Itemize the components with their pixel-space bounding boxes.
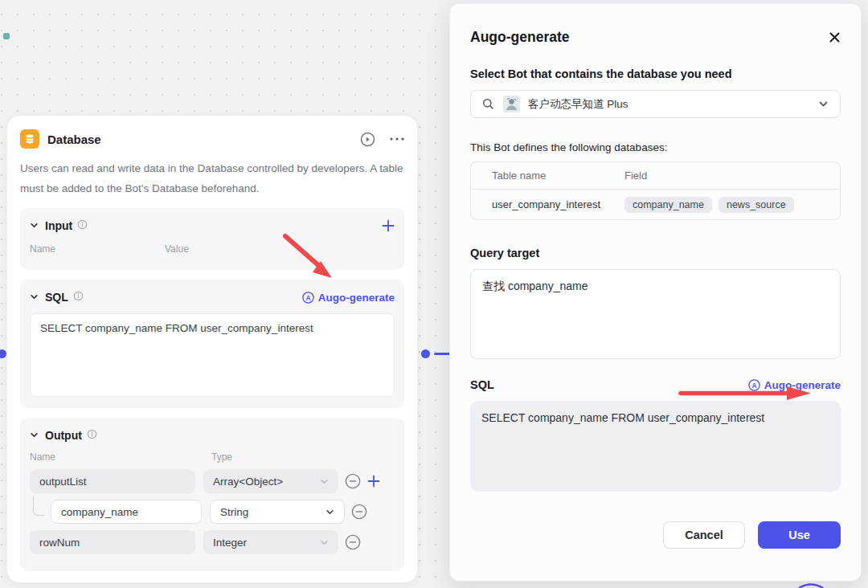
node-output-port[interactable] [421, 349, 430, 358]
output-name-field[interactable]: company_name [51, 500, 202, 524]
output-name-field[interactable]: rowNum [30, 530, 195, 554]
modal-title: Augo-generate [470, 29, 569, 46]
chevron-down-icon [320, 538, 329, 547]
close-icon[interactable] [829, 31, 841, 43]
sql-editor[interactable]: SELECT company_name FROM user_company_in… [30, 313, 395, 397]
search-icon [482, 98, 494, 110]
modal-sql-label: SQL [470, 378, 494, 391]
query-target-input[interactable]: 查找 company_name [470, 269, 841, 359]
svg-text:A: A [751, 381, 756, 389]
collapse-input-icon[interactable] [30, 218, 39, 233]
chevron-down-icon [818, 99, 829, 109]
minimized-canvas-node[interactable] [3, 33, 10, 39]
input-section: Input Name Value [20, 208, 404, 270]
add-child-field-button[interactable] [367, 475, 380, 488]
output-row-outputlist: outputList Array<Object> [30, 469, 395, 493]
augo-generate-link[interactable]: A Augo-generate [748, 379, 841, 391]
node-input-port[interactable] [0, 349, 6, 358]
output-type-select[interactable]: Integer [203, 530, 338, 554]
chevron-down-icon [326, 508, 334, 517]
output-section: Output Name Type outputList Array<Object… [20, 418, 404, 571]
use-button[interactable]: Use [758, 521, 841, 549]
more-options-icon[interactable] [390, 137, 404, 141]
generated-sql-readonly: SELECT company_name FROM user_company_in… [470, 401, 841, 492]
connection-edge-curve [797, 581, 825, 588]
output-row-company-name: company_name String [30, 500, 395, 524]
databases-table: Table name Field user_company_interest c… [470, 161, 841, 220]
node-header: Database [20, 129, 404, 149]
circled-a-icon: A [748, 379, 760, 391]
field-tag: company_name [624, 197, 712, 213]
chevron-down-icon [320, 477, 329, 486]
child-connector [33, 496, 44, 516]
output-col-type: Type [211, 451, 232, 463]
node-title: Database [47, 133, 101, 146]
info-icon[interactable] [73, 290, 84, 304]
info-icon[interactable] [87, 428, 97, 443]
output-section-label: Output [45, 429, 82, 442]
input-section-label: Input [45, 219, 72, 232]
add-input-button[interactable] [382, 219, 395, 232]
cancel-button[interactable]: Cancel [663, 521, 745, 549]
output-type-select[interactable]: String [210, 500, 345, 524]
col-table-name: Table name [492, 169, 624, 182]
input-col-name: Name [30, 243, 165, 255]
sql-section-label: SQL [45, 291, 68, 304]
output-type-select[interactable]: Array<Object> [203, 469, 338, 493]
remove-row-button[interactable] [345, 534, 361, 550]
query-target-label: Query target [470, 247, 841, 259]
augo-generate-modal: Augo-generate Select Bot that contains t… [449, 3, 862, 582]
output-name-field[interactable]: outputList [30, 469, 195, 493]
table-row: user_company_interest company_name news_… [471, 190, 840, 219]
bot-avatar [503, 96, 520, 112]
node-description: Users can read and write data in the Dat… [20, 159, 404, 198]
collapse-output-icon[interactable] [30, 428, 39, 443]
sql-section: SQL A Augo-generate SELECT company_name … [20, 280, 404, 408]
output-row-rownum: rowNum Integer [30, 530, 395, 554]
bot-select-dropdown[interactable]: 客户动态早知道 Plus [470, 90, 841, 118]
bot-select-value: 客户动态早知道 Plus [528, 97, 628, 112]
input-col-value: Value [165, 243, 189, 255]
circled-a-icon: A [302, 292, 314, 304]
info-icon[interactable] [77, 218, 88, 233]
database-node-card[interactable]: Database Users can read and write data i… [6, 115, 418, 583]
svg-text:A: A [305, 293, 310, 301]
remove-row-button[interactable] [345, 473, 361, 489]
col-field: Field [624, 169, 647, 182]
output-col-name: Name [30, 451, 211, 463]
select-bot-label: Select Bot that contains the database yo… [470, 67, 841, 80]
remove-row-button[interactable] [351, 504, 367, 520]
augo-generate-link[interactable]: A Augo-generate [302, 292, 395, 304]
collapse-sql-icon[interactable] [30, 290, 39, 304]
database-icon [20, 129, 39, 149]
run-node-button[interactable] [360, 132, 375, 147]
databases-label: This Bot defines the following databases… [470, 141, 841, 153]
table-name-cell: user_company_interest [492, 198, 624, 210]
field-tag: news_source [719, 197, 794, 213]
